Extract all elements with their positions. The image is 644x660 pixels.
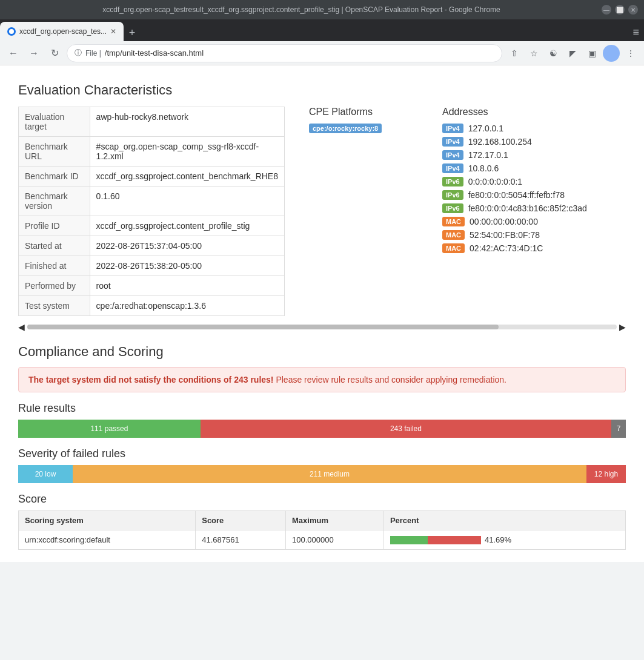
new-tab-button[interactable]: + (124, 24, 141, 41)
addr-item: IPv4192.168.100.254 (442, 137, 588, 147)
eval-value: 2022-08-26T15:38:20-05:00 (90, 256, 284, 276)
addr-item: IPv6fe80:0:0:0:4c83:b16c:85f2:c3ad (442, 203, 588, 213)
hscroll[interactable]: ◀ ▶ (18, 322, 626, 332)
eval-table-row: Started at2022-08-26T15:37:04-05:00 (19, 236, 285, 256)
addr-value: 192.168.100.254 (468, 137, 532, 147)
tab-label: xccdf_org.open-scap_tes... (19, 27, 107, 36)
score-maximum: 100.000000 (286, 530, 384, 550)
medium-label: 211 medium (310, 470, 350, 478)
active-tab[interactable]: xccdf_org.open-scap_tes... ✕ (0, 22, 124, 41)
forward-button[interactable]: → (25, 45, 42, 62)
info-icon: ⓘ (75, 48, 82, 58)
address-bar-input-wrap: ⓘ File | (67, 44, 502, 62)
addr-item: IPv4127.0.0.1 (442, 124, 588, 133)
minimize-button[interactable]: — (602, 5, 611, 15)
profile-avatar[interactable] (603, 45, 620, 62)
eval-value: xccdf_org.ssgproject.content_profile_sti… (90, 216, 284, 236)
addr-value: fe80:0:0:0:5054:ff:fefb:f78 (468, 190, 565, 200)
window-title: xccdf_org.open-scap_testresult_xccdf_org… (6, 5, 597, 14)
menu-button[interactable]: ⋮ (622, 45, 639, 62)
bar-medium: 211 medium (73, 465, 586, 483)
alert-rest: Please review rule results and consider … (274, 375, 506, 384)
score-section: Score Scoring systemScoreMaximumPercent … (18, 493, 626, 550)
alert-strong: The target system did not satisfy the co… (28, 375, 274, 384)
score-table: Scoring systemScoreMaximumPercent urn:xc… (18, 510, 626, 550)
addr-value: 00:00:00:00:00:00 (470, 217, 538, 226)
bar-high: 12 high (586, 465, 626, 483)
percent-bar (390, 536, 481, 544)
addr-title: Addresses (442, 107, 588, 117)
eval-value: root (90, 276, 284, 296)
close-button[interactable]: ✕ (628, 5, 638, 15)
eval-label: Profile ID (19, 216, 90, 236)
low-label: 20 low (35, 470, 56, 478)
eval-table-row: Performed byroot (19, 276, 285, 296)
hscroll-left-arrow[interactable]: ◀ (18, 322, 25, 332)
window-controls: — ⬜ ✕ (602, 5, 638, 15)
score-title: Score (18, 493, 626, 506)
eval-table: Evaluation targetawp-hub-rocky8.networkB… (18, 107, 285, 316)
addr-badge-mac: MAC (442, 243, 465, 253)
eval-value: #scap_org.open-scap_comp_ssg-rl8-xccdf-1… (90, 137, 284, 167)
addr-item: MAC00:00:00:00:00:00 (442, 217, 588, 226)
eval-table-row: Benchmark URL#scap_org.open-scap_comp_ss… (19, 137, 285, 167)
addr-item: IPv4172.17.0.1 (442, 150, 588, 160)
percent-fill-green (390, 536, 428, 544)
compliance-alert: The target system did not satisfy the co… (18, 367, 626, 392)
score-col-header: Score (196, 511, 286, 530)
cpe-badge: cpe:/o:rocky:rocky:8 (309, 124, 382, 133)
bar-low: 20 low (18, 465, 73, 483)
back-button[interactable]: ← (5, 45, 22, 62)
extensions-button[interactable]: ☯ (545, 45, 562, 62)
addr-value: 10.8.0.6 (468, 163, 499, 173)
tab-close-button[interactable]: ✕ (110, 27, 116, 36)
eval-value: 2022-08-26T15:37:04-05:00 (90, 236, 284, 256)
score-system: urn:xccdf:scoring:default (19, 530, 196, 550)
hscroll-right-arrow[interactable]: ▶ (619, 322, 626, 332)
eval-table-row: Benchmark IDxccdf_org.ssgproject.content… (19, 167, 285, 186)
addr-item: MAC02:42:AC:73:4D:1C (442, 243, 588, 253)
addr-badge-ipv6: IPv6 (442, 190, 463, 200)
bar-passed: 111 passed (18, 420, 201, 438)
addr-item: IPv410.8.0.6 (442, 163, 588, 173)
score-col-header: Maximum (286, 511, 384, 530)
tab-options: ≡ (628, 24, 644, 41)
addr-badge-ipv4: IPv4 (442, 137, 463, 147)
addr-value: 127.0.0.1 (468, 124, 503, 133)
eval-table-row: Profile IDxccdf_org.ssgproject.content_p… (19, 216, 285, 236)
reload-button[interactable]: ↻ (46, 45, 63, 62)
addr-badge-ipv4: IPv4 (442, 124, 463, 133)
addr-badge-ipv6: IPv6 (442, 203, 463, 213)
bar-failed: 243 failed (201, 420, 611, 438)
score-col-header: Scoring system (19, 511, 196, 530)
tab-bar: xccdf_org.open-scap_tes... ✕ + ≡ (0, 19, 644, 41)
addr-col: Addresses IPv4127.0.0.1IPv4192.168.100.2… (442, 107, 588, 257)
eval-value: xccdf_org.ssgproject.content_benchmark_R… (90, 167, 284, 186)
addr-badge-ipv6: IPv6 (442, 177, 463, 186)
addr-badge-mac: MAC (442, 217, 465, 226)
score-percent-cell: 41.69% (383, 530, 625, 550)
hscroll-thumb (27, 325, 499, 329)
addr-badge-mac: MAC (442, 230, 465, 240)
address-prefix: File | (85, 49, 101, 58)
address-actions: ⇧ ☆ ☯ ◤ ▣ ⋮ (506, 45, 639, 62)
addr-list: IPv4127.0.0.1IPv4192.168.100.254IPv4172.… (442, 124, 588, 253)
tab-favicon (7, 27, 16, 36)
title-bar: xccdf_org.open-scap_testresult_xccdf_org… (0, 0, 644, 19)
eval-label: Benchmark URL (19, 137, 90, 167)
share-button[interactable]: ⇧ (506, 45, 523, 62)
eval-label: Test system (19, 296, 90, 316)
address-input[interactable] (105, 48, 494, 58)
addr-item: MAC52:54:00:FB:0F:78 (442, 230, 588, 240)
percent-bar-wrap: 41.69% (390, 535, 619, 544)
addr-item: IPv60:0:0:0:0:0:0:1 (442, 177, 588, 186)
bookmark-button[interactable]: ☆ (525, 45, 542, 62)
eval-value: cpe:/a:redhat:openscap:1.3.6 (90, 296, 284, 316)
zoom-button[interactable]: ▣ (583, 45, 600, 62)
eval-label: Finished at (19, 256, 90, 276)
cast-button[interactable]: ◤ (564, 45, 581, 62)
percent-fill-red (428, 536, 480, 544)
maximize-button[interactable]: ⬜ (615, 5, 625, 15)
error-label: 7 (617, 424, 621, 433)
bar-error: 7 (611, 420, 626, 438)
